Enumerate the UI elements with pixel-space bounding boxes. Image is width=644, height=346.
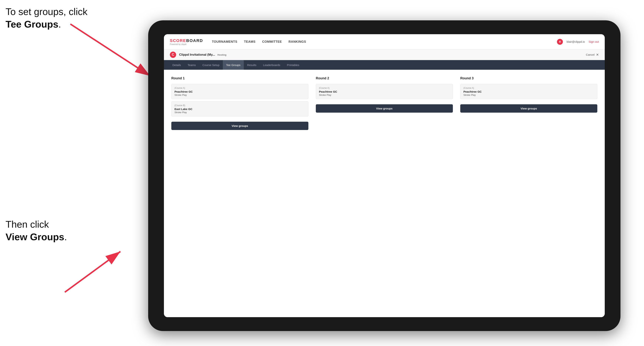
instruction-top-bold: Tee Groups: [6, 19, 58, 30]
round-1-view-groups-button[interactable]: View groups: [171, 122, 308, 130]
nav-rankings[interactable]: RANKINGS: [288, 39, 306, 44]
tournament-logo-letter: C: [172, 53, 174, 57]
round-1-course-a-label: (Course A): [174, 87, 305, 89]
instruction-bottom-line1: Then click: [6, 219, 49, 230]
tablet-shell: SCOREBOARD Powered by clippit TOURNAMENT…: [148, 20, 620, 331]
tab-printables[interactable]: Printables: [284, 60, 303, 70]
nav-right: B blair@clippd.io Sign out: [557, 39, 599, 45]
round-1-course-a-format: Stroke Play: [174, 94, 305, 96]
round-3-view-groups-button[interactable]: View groups: [460, 104, 597, 113]
tab-leaderboards[interactable]: Leaderboards: [260, 60, 284, 70]
nav-tournaments[interactable]: TOURNAMENTS: [212, 39, 237, 44]
tournament-logo: C: [170, 52, 176, 58]
arrow-to-view-groups: [50, 240, 132, 298]
instruction-top-period: .: [58, 19, 61, 30]
round-1-course-b-format: Stroke Play: [174, 111, 305, 114]
round-3-course-a-name: Peachtree GC: [464, 90, 594, 93]
logo-area: SCOREBOARD Powered by clippit: [170, 38, 203, 45]
hosting-badge: Hosting: [218, 53, 226, 56]
round-3-course-a-card: (Course A) Peachtree GC Stroke Play: [460, 84, 597, 99]
nav-links: TOURNAMENTS TEAMS COMMITTEE RANKINGS: [212, 39, 557, 44]
logo-c: SCORE: [170, 38, 186, 43]
round-3-title: Round 3: [460, 76, 597, 80]
user-email: blair@clippd.io: [566, 40, 585, 43]
tournament-bar: C Clippd Invitational (My... Hosting Can…: [164, 49, 605, 60]
round-3-course-a-label: (Course A): [464, 87, 594, 89]
round-3-course-a-format: Stroke Play: [464, 94, 594, 96]
instruction-top-line1: To set groups, click: [6, 6, 88, 17]
round-2-course-a-name: Peachtree GC: [319, 90, 450, 93]
tab-tee-groups[interactable]: Tee Groups: [223, 60, 244, 70]
svg-line-1: [70, 24, 150, 76]
cancel-x[interactable]: ✕: [596, 53, 599, 57]
nav-teams[interactable]: TEAMS: [244, 39, 256, 44]
round-3-column: Round 3 (Course A) Peachtree GC Stroke P…: [460, 76, 597, 130]
logo-text: SCOREBOARD: [170, 38, 203, 43]
round-2-course-a-card: (Course A) Peachtree GC Stroke Play: [316, 84, 453, 99]
instruction-bottom: Then click View Groups.: [6, 218, 67, 243]
tab-results[interactable]: Results: [244, 60, 260, 70]
round-1-course-b-label: (Course B): [174, 104, 305, 107]
round-2-title: Round 2: [316, 76, 453, 80]
tournament-name: Clippd Invitational (My... Hosting: [179, 53, 586, 57]
logo-sub: Powered by clippit: [170, 43, 203, 45]
round-1-title: Round 1: [171, 76, 308, 80]
round-1-course-a-name: Peachtree GC: [174, 90, 305, 93]
round-1-column: Round 1 (Course A) Peachtree GC Stroke P…: [171, 76, 308, 130]
round-2-course-a-label: (Course A): [319, 87, 450, 89]
tab-teams[interactable]: Teams: [184, 60, 199, 70]
main-content: Round 1 (Course A) Peachtree GC Stroke P…: [164, 70, 605, 317]
round-2-view-groups-button[interactable]: View groups: [316, 104, 453, 113]
round-1-course-b-card: (Course B) East Lake GC Stroke Play: [171, 101, 308, 117]
round-2-course-a-format: Stroke Play: [319, 94, 450, 96]
tab-course-setup[interactable]: Course Setup: [199, 60, 223, 70]
round-1-course-a-card: (Course A) Peachtree GC Stroke Play: [171, 84, 308, 99]
user-avatar: B: [557, 39, 563, 45]
instruction-top: To set groups, click Tee Groups.: [6, 5, 88, 30]
round-1-course-b-name: East Lake GC: [174, 107, 305, 111]
tab-bar: Details Teams Course Setup Tee Groups Re…: [164, 60, 605, 70]
tablet-screen: SCOREBOARD Powered by clippit TOURNAMENT…: [164, 34, 605, 317]
cancel-button[interactable]: Cancel: [586, 53, 594, 56]
instruction-bottom-period: .: [64, 231, 67, 242]
tournament-name-text: Clippd Invitational (My...: [179, 53, 215, 56]
logo-board: BOARD: [186, 38, 203, 43]
nav-committee[interactable]: COMMITTEE: [262, 39, 282, 44]
rounds-grid: Round 1 (Course A) Peachtree GC Stroke P…: [171, 76, 597, 130]
instruction-bottom-bold: View Groups: [6, 231, 64, 242]
sign-out-link[interactable]: Sign out: [588, 40, 599, 43]
tab-details[interactable]: Details: [169, 60, 184, 70]
top-nav: SCOREBOARD Powered by clippit TOURNAMENT…: [164, 34, 605, 49]
round-2-column: Round 2 (Course A) Peachtree GC Stroke P…: [316, 76, 453, 130]
svg-line-3: [65, 251, 120, 292]
